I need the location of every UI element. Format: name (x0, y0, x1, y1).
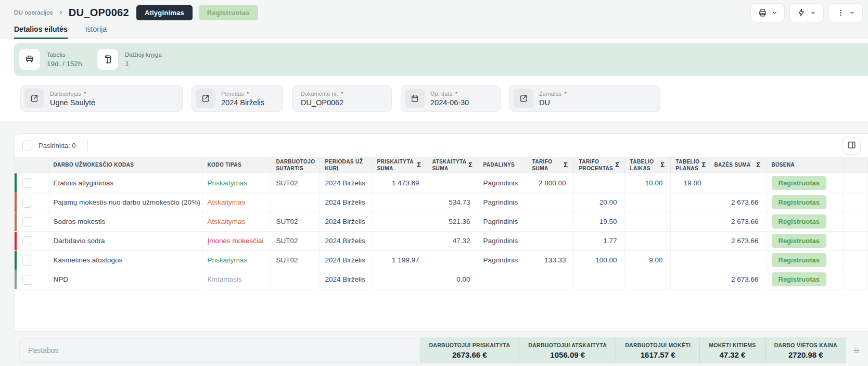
info-value: 1 (125, 60, 162, 68)
column-header-period[interactable]: Periodas už kurį (320, 157, 372, 173)
field-darbuotojas[interactable]: Darbuotojas *Ugnė Saulytė (20, 85, 183, 112)
select-all-checkbox[interactable] (22, 141, 32, 150)
status-badge[interactable]: Registruotas (772, 195, 826, 209)
tab-history[interactable]: Istorija (85, 22, 107, 39)
cell-timesheet-time (624, 212, 670, 231)
total-darbuotojui-priskaityta: DARBUOTOJUI PRISKAITYTA2673.66 € (420, 337, 519, 363)
actions-button[interactable] (789, 3, 824, 22)
column-header-accrued[interactable]: Priskaityta sumaΣ (372, 157, 427, 173)
top-bar: DU operacijos DU_OP0062 Atlyginimas Regi… (0, 0, 868, 22)
field--urnalas[interactable]: Žurnalas *DU (509, 85, 660, 112)
field-value: 2024-06-30 (430, 98, 469, 107)
cell-timesheet-time: 9.00 (624, 250, 670, 270)
header-checkbox-col (15, 157, 48, 173)
column-header-code[interactable]: Darbo užmokesčio kodas (48, 157, 202, 173)
total-darbuotojui-mok-ti: DARBUOTOJUI MOKĖTI1617.57 € (616, 337, 699, 363)
sum-sigma-icon[interactable]: Σ (756, 161, 760, 169)
sum-sigma-icon[interactable]: Σ (701, 161, 706, 169)
info-item-ledger[interactable]: Didžioji knyga 1 (97, 49, 162, 70)
page-title: DU_OP0062 (69, 7, 129, 19)
drag-handle-icon[interactable] (852, 346, 861, 355)
field-periodas[interactable]: Periodas *2024 Birželis (192, 85, 283, 112)
column-header-status[interactable]: Būsena (766, 157, 843, 173)
required-asterisk: * (247, 91, 249, 97)
cell-deducted: 47.32 (427, 231, 478, 250)
table-row[interactable]: Etatinis atlyginimasPriskaitymasSUT02202… (15, 173, 868, 193)
table-row[interactable]: Darbdavio sodraĮmonės mokesčiaiSUT022024… (15, 231, 868, 250)
required-asterisk: * (455, 91, 457, 97)
status-badge[interactable]: Registruotas (772, 234, 826, 248)
status-badge[interactable]: Registruotas (772, 214, 826, 229)
column-settings-button[interactable] (842, 137, 861, 155)
row-checkbox[interactable] (22, 236, 32, 246)
cell-deducted (427, 250, 478, 270)
table-row[interactable]: Sodros mokestisAtskaitymasSUT022024 Birž… (15, 212, 868, 231)
cell-timesheet-plan (670, 250, 709, 270)
total-mok-ti-kitiems: MOKĖTI KITIEMS47.32 € (699, 337, 765, 363)
row-checkbox[interactable] (22, 256, 32, 266)
cell-department: Pagrindinis (478, 231, 527, 250)
total-value: 1056.09 € (550, 350, 585, 359)
sum-sigma-icon[interactable]: Σ (564, 161, 568, 169)
notes-input[interactable] (19, 338, 420, 363)
column-header-contract[interactable]: Darbuotojo sutartis (271, 157, 320, 173)
column-header-base-sum[interactable]: Bazės sumaΣ (709, 157, 766, 173)
column-header-timesheet-plan[interactable]: Tabelio planasΣ (670, 157, 709, 173)
cell-status: Registruotas (766, 231, 843, 250)
document-panel: Tabelis 19d. / 152h. Didžioji knyga 1 Da… (0, 39, 868, 121)
cell-department: Pagrindinis (478, 212, 527, 231)
tab-detail-lines[interactable]: Detalios eilutės (14, 22, 68, 39)
row-checkbox[interactable] (22, 275, 32, 285)
breadcrumb[interactable]: DU operacijos (14, 9, 53, 16)
status-badge[interactable]: Registruotas (772, 176, 826, 190)
column-header-timesheet-time[interactable]: Tabelio laikasΣ (624, 157, 670, 173)
row-type-stripe (15, 251, 17, 270)
column-header-type[interactable]: Kodo tipas (202, 157, 271, 173)
print-button[interactable] (750, 3, 785, 22)
cell-deducted: 0.00 (427, 270, 478, 289)
cell-contract (271, 193, 320, 212)
cell-accrued (372, 212, 427, 231)
table-header-row: Darbo užmokesčio kodasKodo tipasDarbuoto… (15, 157, 868, 173)
column-header-tariff-percent[interactable]: Tarifo procentasΣ (573, 157, 624, 173)
row-checkbox[interactable] (22, 198, 32, 208)
info-item-timesheet[interactable]: Tabelis 19d. / 152h. (19, 49, 84, 70)
cell-status: Registruotas (766, 212, 843, 231)
sum-sigma-icon[interactable]: Σ (660, 161, 665, 169)
cell-tariff-sum (527, 212, 573, 231)
cell-tariff-percent: 1.77 (573, 231, 624, 250)
zap-icon (797, 8, 806, 17)
row-checkbox[interactable] (22, 178, 32, 188)
table-row[interactable]: Pajamų mokestis nuo darbo užmokesčio (20… (15, 193, 868, 212)
sum-sigma-icon[interactable]: Σ (417, 161, 421, 169)
total-value: 2673.66 € (452, 350, 487, 359)
column-header-deducted[interactable]: Atskaityta sumaΣ (427, 157, 478, 173)
cell-contract: SUT02 (271, 231, 320, 250)
row-checkbox[interactable] (22, 217, 32, 227)
cell-accrued (372, 193, 427, 212)
column-header-department[interactable]: Padalinys (478, 157, 527, 173)
status-badge[interactable]: Registruotas (772, 272, 826, 286)
more-options-button[interactable] (828, 3, 863, 22)
column-label: Būsena (772, 162, 795, 168)
cell-type: Kintamasis (202, 270, 271, 289)
cell-timesheet-time (624, 270, 670, 289)
table-row[interactable]: NPDKintamasis2024 Birželis0.002 673.66Re… (15, 270, 868, 289)
cell-contract: SUT02 (271, 173, 320, 193)
cell-tariff-sum (527, 193, 573, 212)
table-row[interactable]: Kasmetinės atostogosPriskaitymasSUT02202… (15, 250, 868, 270)
status-badge[interactable]: Registruotas (772, 253, 826, 267)
table-controls: Pasirinkta: 0 (15, 134, 868, 157)
field-dokumento-nr-[interactable]: Dokumento nr. *DU_OP0062 (292, 85, 392, 112)
sum-sigma-icon[interactable]: Σ (615, 161, 619, 169)
field-op-data[interactable]: Op. data *2024-06-30 (401, 85, 501, 112)
column-label: Padalinys (483, 162, 515, 168)
cell-code: Pajamų mokestis nuo darbo užmokesčio (20… (48, 193, 202, 212)
row-select-cell (15, 270, 48, 289)
cell-department: Pagrindinis (478, 250, 527, 270)
cell-filler (843, 212, 868, 231)
column-header-tariff-sum[interactable]: Tarifo sumaΣ (527, 157, 573, 173)
sum-sigma-icon[interactable]: Σ (468, 161, 473, 169)
cell-deducted (427, 173, 478, 193)
column-label: Tarifo suma (532, 159, 562, 172)
